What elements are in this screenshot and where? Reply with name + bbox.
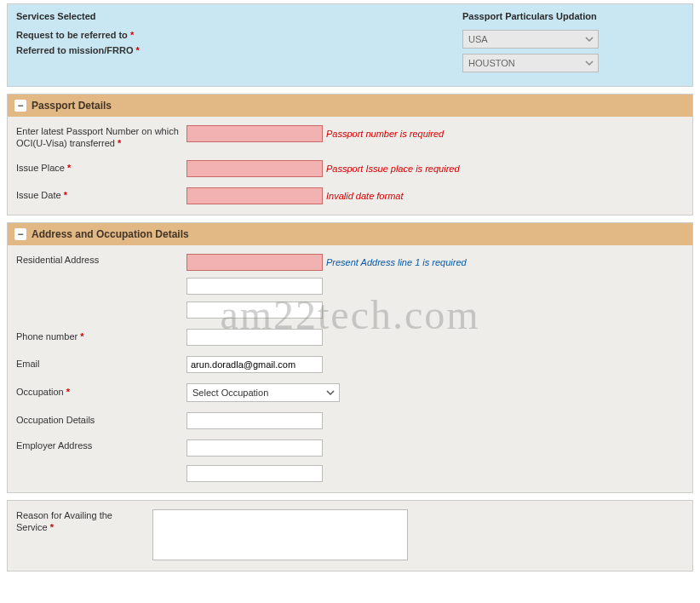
employer-line1-input[interactable]	[186, 439, 323, 457]
residential-line2-input[interactable]	[186, 278, 323, 295]
email-input[interactable]	[186, 356, 323, 373]
reason-label: Reason for Availing the Service *	[16, 509, 152, 534]
phone-label: Phone number *	[16, 330, 186, 342]
issue-date-label: Issue Date *	[16, 189, 186, 201]
issue-date-error: Invalid date format	[326, 191, 404, 201]
occupation-details-label: Occupation Details	[16, 414, 186, 426]
issue-place-error: Passport Issue place is required	[326, 164, 460, 174]
request-select[interactable]: USA	[462, 30, 599, 49]
employer-label: Employer Address	[16, 439, 186, 451]
issue-place-input[interactable]	[186, 160, 323, 177]
passport-number-label: Enter latest Passport Number on which OC…	[16, 125, 186, 150]
email-label: Email	[16, 358, 186, 370]
address-header[interactable]: − Address and Occupation Details	[8, 223, 692, 245]
residential-line3-input[interactable]	[186, 302, 323, 319]
passport-number-error: Passport number is required	[326, 129, 444, 139]
services-panel: Services Selected Request to be referred…	[7, 3, 693, 87]
chevron-down-icon	[584, 34, 594, 44]
passport-panel: − Passport Details Enter latest Passport…	[7, 94, 693, 215]
mission-label: Referred to mission/FRRO *	[16, 45, 186, 55]
chevron-down-icon	[325, 388, 336, 398]
chevron-down-icon	[584, 58, 594, 68]
request-label: Request to be referred to *	[16, 30, 186, 40]
issue-date-input[interactable]	[186, 187, 323, 204]
address-panel: − Address and Occupation Details Residen…	[7, 222, 693, 493]
services-title: Services Selected	[16, 11, 462, 21]
collapse-icon[interactable]: −	[14, 100, 26, 112]
residential-error: Present Address line 1 is required	[326, 257, 467, 267]
residential-line1-input[interactable]	[186, 254, 323, 271]
residential-label: Residential Address	[16, 254, 186, 266]
reason-panel: Reason for Availing the Service *	[7, 500, 693, 571]
passport-header[interactable]: − Passport Details	[8, 95, 692, 117]
occupation-details-input[interactable]	[186, 412, 323, 429]
collapse-icon[interactable]: −	[14, 228, 26, 240]
occupation-label: Occupation *	[16, 386, 186, 398]
particulars-label: Passport Particulars Updation	[462, 11, 684, 21]
employer-line2-input[interactable]	[186, 465, 323, 482]
passport-number-input[interactable]	[186, 125, 323, 142]
issue-place-label: Issue Place *	[16, 162, 186, 174]
phone-input[interactable]	[186, 329, 323, 346]
occupation-select[interactable]: Select Occupation	[186, 383, 340, 402]
mission-select[interactable]: HOUSTON	[462, 54, 599, 72]
reason-textarea[interactable]	[152, 509, 408, 560]
